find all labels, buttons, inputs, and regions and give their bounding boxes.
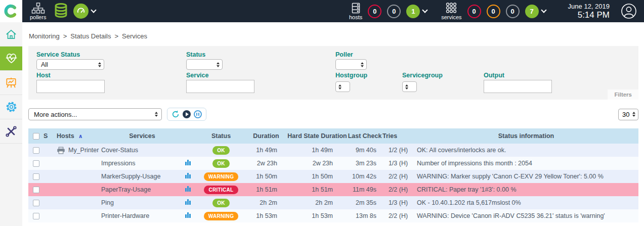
services-chevron-down-icon[interactable]	[541, 7, 546, 13]
sidebar-item-monitoring[interactable]	[0, 47, 22, 71]
breadcrumb-separator: >	[115, 32, 119, 40]
status-select[interactable]	[186, 59, 223, 70]
gear-icon	[5, 100, 18, 114]
status-label: Status	[186, 51, 205, 58]
hard-state-duration-value: 2h 2m	[287, 196, 347, 209]
breadcrumb-monitoring[interactable]: Monitoring	[29, 32, 60, 40]
col-header-duration[interactable]: Duration	[245, 128, 287, 144]
pause-icon[interactable]	[194, 110, 202, 118]
col-header-s[interactable]: S	[44, 128, 57, 144]
filters-tab[interactable]: Filters	[608, 89, 638, 100]
select-stepper-icon	[98, 62, 101, 67]
more-actions-select[interactable]: More actions...	[28, 108, 162, 120]
status-badge: WARNING	[204, 172, 238, 181]
current-time: 5:14 PM	[568, 10, 610, 20]
hosts-down-count[interactable]: 0	[368, 5, 381, 18]
hard-state-duration-value: 1h 50m	[287, 170, 347, 183]
service-name[interactable]: Ping	[101, 199, 114, 206]
current-date: June 12, 2019	[568, 3, 610, 10]
row-checkbox[interactable]	[33, 147, 39, 154]
hard-state-duration-value: 2w 23h	[287, 157, 347, 170]
graph-icon[interactable]	[185, 173, 191, 178]
services-ok-count[interactable]: 7	[525, 5, 539, 18]
select-stepper-icon	[632, 112, 635, 117]
services-critical-count[interactable]: 0	[467, 5, 481, 18]
page-size-select[interactable]: 30	[618, 109, 638, 120]
row-checkbox[interactable]	[33, 187, 39, 193]
duration-value: 1h 50m	[245, 170, 287, 183]
hostgroup-select[interactable]	[335, 81, 350, 92]
duration-value: 1h 53m	[245, 209, 287, 222]
service-name[interactable]: PaperTray-Usage	[101, 186, 151, 193]
poller-chevron-down-icon[interactable]	[91, 7, 97, 13]
select-stepper-icon	[405, 84, 408, 89]
toolbar: More actions... 30	[28, 108, 638, 121]
tools-icon	[5, 125, 18, 138]
pollers-menu[interactable]: pollers	[30, 3, 46, 20]
user-menu[interactable]	[621, 3, 637, 19]
col-header-hosts[interactable]: Hosts∧	[57, 128, 99, 144]
hosts-menu[interactable]: hosts	[349, 2, 362, 20]
breadcrumb-status-details[interactable]: Status Details	[70, 32, 111, 40]
hosts-pending-count[interactable]: 0	[387, 5, 401, 18]
sidebar-item-reporting[interactable]	[0, 71, 22, 95]
service-name[interactable]: Printer-Hardware	[101, 212, 149, 219]
latency-status-icon[interactable]	[73, 4, 89, 19]
row-checkbox[interactable]	[33, 200, 39, 206]
hosts-chevron-down-icon[interactable]	[422, 7, 428, 13]
database-status-icon[interactable]	[53, 3, 69, 20]
last-check-value: 11m 49s	[347, 183, 382, 196]
row-checkbox[interactable]	[33, 160, 39, 167]
col-header-hard-state-duration[interactable]: Hard State Duration	[287, 128, 347, 144]
services-warning-count[interactable]: 0	[487, 5, 500, 18]
duration-value: 1h 51m	[245, 183, 287, 196]
hosts-up-count[interactable]: 1	[406, 5, 420, 18]
service-name[interactable]: MarkerSupply-Usage	[101, 173, 160, 180]
col-header-status[interactable]: Status	[197, 128, 245, 144]
refresh-icon[interactable]	[171, 110, 180, 118]
host-name[interactable]: My_Printer	[68, 147, 99, 154]
service-status-select[interactable]: All	[36, 59, 104, 70]
more-actions-value: More actions...	[34, 111, 77, 118]
col-header-tries[interactable]: Tries	[382, 128, 414, 144]
breadcrumb-services[interactable]: Services	[122, 32, 147, 40]
table-row: Ping OK 2h 2m 2h 2m 2m 35s 1/3 (H) OK - …	[28, 196, 638, 209]
graph-icon[interactable]	[185, 199, 191, 205]
col-header-status-information[interactable]: Status information	[414, 128, 638, 144]
service-name[interactable]: Impressions	[101, 160, 135, 167]
graph-icon[interactable]	[185, 186, 191, 192]
servicegroup-select[interactable]	[402, 81, 417, 92]
row-checkbox[interactable]	[33, 213, 39, 219]
graph-icon[interactable]	[185, 160, 191, 165]
table-header-row: S Hosts∧ Services Status Duration Hard S…	[28, 128, 638, 144]
service-input[interactable]	[186, 80, 254, 93]
col-header-services[interactable]: Services	[99, 128, 185, 144]
tries-value: 1/2 (H)	[382, 144, 414, 157]
sidebar-item-configuration[interactable]	[0, 95, 22, 119]
host-input[interactable]	[36, 80, 105, 93]
filter-panel: Service Status All Status Poller Host Se…	[28, 46, 638, 100]
services-label: services	[441, 15, 461, 20]
clock: June 12, 2019 5:14 PM	[568, 3, 610, 20]
table-row: My_Printer Cover-Status OK 1h 49m 1h 49m…	[28, 144, 638, 157]
output-input[interactable]	[484, 80, 552, 93]
hosts-label: hosts	[349, 15, 362, 20]
main-content: Monitoring>Status Details>Services Servi…	[22, 22, 644, 226]
services-pending-count[interactable]: 0	[506, 5, 520, 18]
play-icon[interactable]	[183, 110, 191, 118]
select-all-checkbox[interactable]	[33, 133, 39, 140]
topbar: pollers hosts 0 0 1	[0, 0, 644, 22]
breadcrumb: Monitoring>Status Details>Services	[22, 22, 644, 40]
col-header-last-check[interactable]: Last Check	[347, 128, 382, 144]
status-badge: OK	[212, 159, 230, 168]
sidebar-item-home[interactable]	[0, 22, 22, 47]
centreon-logo[interactable]	[0, 0, 22, 22]
poller-select[interactable]	[335, 59, 367, 70]
select-stepper-icon	[361, 62, 364, 67]
service-name[interactable]: Cover-Status	[101, 147, 138, 154]
user-icon	[621, 3, 637, 19]
row-checkbox[interactable]	[33, 173, 39, 180]
graph-icon[interactable]	[185, 212, 191, 218]
sidebar-item-administration[interactable]	[0, 119, 22, 144]
services-menu[interactable]: services	[441, 2, 461, 20]
